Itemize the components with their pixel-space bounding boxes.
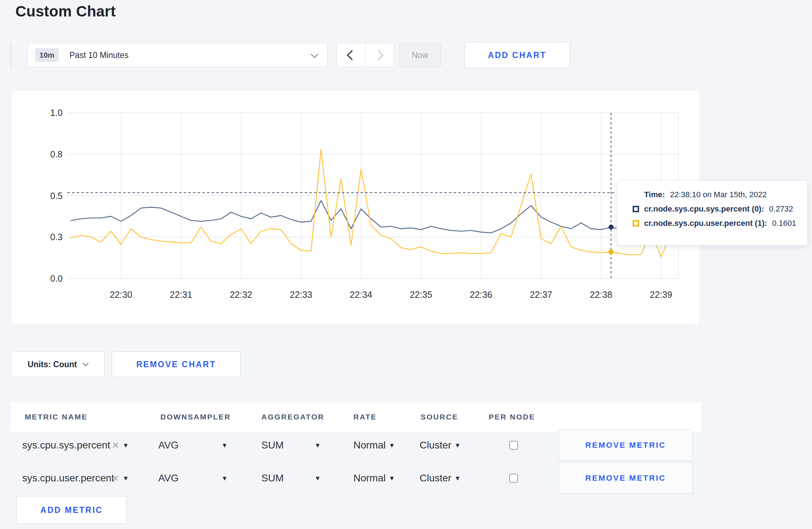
custom-chart-page: Custom Chart 10m Past 10 Minutes Now ADD…	[0, 0, 812, 529]
aggregator-caret-icon[interactable]: ▾	[316, 441, 320, 450]
source-value: Cluster	[420, 472, 451, 484]
clear-metric-icon[interactable]: ✕	[112, 440, 119, 451]
page-title: Custom Chart	[15, 3, 116, 20]
metric-row: sys.cpu.sys.percent ✕ ▾ AVG ▾ SUM ▾ Norm…	[0, 429, 812, 461]
rate-value: Normal	[353, 472, 386, 484]
rate-caret-icon: ▾	[390, 474, 394, 482]
next-range-button[interactable]	[365, 43, 394, 67]
units-label: Units: Count	[28, 360, 77, 369]
tooltip-series-value: 0.1601	[772, 219, 796, 228]
rate-select[interactable]: Normal ▾	[353, 440, 394, 451]
metric-name-value[interactable]: sys.cpu.user.percent	[22, 472, 114, 484]
rate-caret-icon: ▾	[390, 441, 394, 450]
header-source: SOURCE	[421, 413, 458, 421]
per-node-checkbox[interactable]	[509, 474, 518, 483]
add-metric-button[interactable]: ADD METRIC	[16, 496, 127, 524]
source-select[interactable]: Cluster ▾	[420, 472, 459, 484]
header-downsampler: DOWNSAMPLER	[160, 413, 231, 421]
tooltip-series-label: cr.node.sys.cpu.user.percent (1):	[644, 219, 767, 228]
per-node-checkbox[interactable]	[509, 441, 518, 450]
metric-dropdown-caret-icon[interactable]: ▾	[124, 474, 128, 482]
units-dropdown[interactable]: Units: Count	[11, 351, 105, 377]
remove-metric-button[interactable]: REMOVE METRIC	[559, 429, 693, 461]
chart-tooltip: Time: 22:38:10 on Mar 15th, 2022 cr.node…	[617, 180, 808, 246]
chevron-down-icon	[311, 50, 318, 58]
user-percent-legend-icon	[633, 220, 639, 227]
source-value: Cluster	[420, 440, 451, 451]
source-caret-icon: ▾	[456, 441, 460, 450]
metrics-table-header: METRIC NAME DOWNSAMPLER AGGREGATOR RATE …	[11, 402, 701, 432]
source-select[interactable]: Cluster ▾	[420, 440, 459, 451]
chart-card[interactable]	[11, 90, 700, 325]
prev-range-button[interactable]	[337, 43, 365, 67]
tooltip-series-label: cr.node.sys.cpu.sys.percent (0):	[644, 204, 764, 214]
metric-dropdown-caret-icon[interactable]: ▾	[124, 441, 128, 450]
tooltip-series-row: cr.node.sys.cpu.user.percent (1): 0.1601	[633, 219, 807, 228]
now-button[interactable]: Now	[399, 43, 441, 67]
tooltip-time-row: Time: 22:38:10 on Mar 15th, 2022	[633, 190, 807, 199]
chevron-down-icon	[82, 360, 88, 367]
remove-chart-button[interactable]: REMOVE CHART	[112, 351, 241, 377]
downsampler-select[interactable]: AVG	[158, 440, 179, 451]
source-caret-icon: ▾	[456, 474, 460, 482]
add-chart-button[interactable]: ADD CHART	[464, 42, 570, 68]
downsampler-caret-icon[interactable]: ▾	[223, 441, 227, 450]
metric-name-value[interactable]: sys.cpu.sys.percent	[22, 440, 110, 451]
rate-value: Normal	[353, 440, 386, 451]
time-range-dropdown[interactable]: 10m Past 10 Minutes	[28, 43, 328, 67]
header-per-node: PER NODE	[489, 413, 535, 421]
header-aggregator: AGGREGATOR	[261, 413, 324, 421]
header-metric-name: METRIC NAME	[25, 413, 88, 421]
aggregator-select[interactable]: SUM	[261, 472, 284, 484]
header-rate: RATE	[353, 413, 377, 421]
downsampler-caret-icon[interactable]: ▾	[223, 474, 227, 482]
tooltip-time-value: 22:38:10 on Mar 15th, 2022	[670, 190, 767, 199]
clear-metric-icon[interactable]: ✕	[112, 473, 119, 484]
time-nav-group	[337, 43, 394, 67]
time-range-badge: 10m	[35, 48, 59, 62]
tooltip-series-row: cr.node.sys.cpu.sys.percent (0): 0.2732	[633, 204, 807, 214]
chevron-right-icon	[373, 50, 383, 60]
downsampler-select[interactable]: AVG	[158, 472, 179, 484]
metric-row: sys.cpu.user.percent ✕ ▾ AVG ▾ SUM ▾ Nor…	[0, 462, 812, 494]
rate-select[interactable]: Normal ▾	[353, 472, 394, 484]
tooltip-series-value: 0.2732	[769, 204, 793, 214]
tooltip-time-label: Time:	[644, 190, 665, 199]
chevron-left-icon	[347, 50, 357, 60]
aggregator-select[interactable]: SUM	[261, 440, 284, 451]
toolbar-left-rule	[10, 43, 11, 67]
sys-percent-legend-icon	[633, 206, 639, 212]
time-range-label: Past 10 Minutes	[69, 50, 129, 60]
aggregator-caret-icon[interactable]: ▾	[316, 474, 320, 482]
remove-metric-button[interactable]: REMOVE METRIC	[559, 462, 693, 494]
